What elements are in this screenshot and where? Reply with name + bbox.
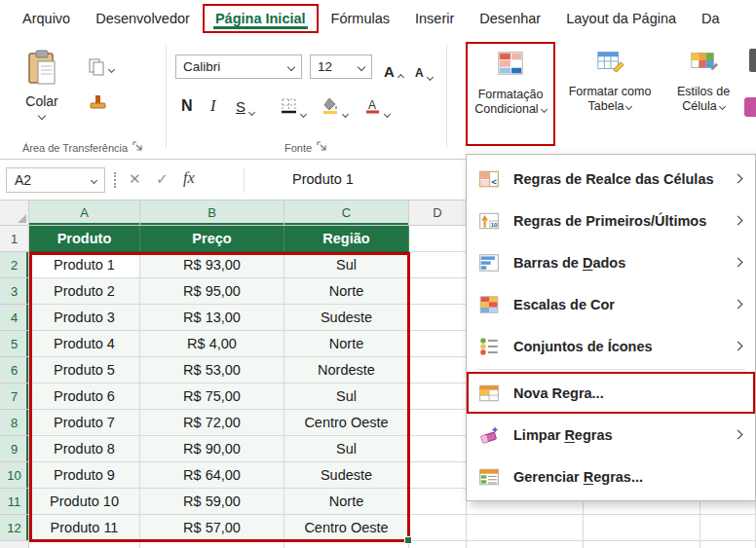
row-header-6[interactable]: 6 — [0, 357, 29, 384]
paste-button[interactable]: Colar — [14, 43, 70, 146]
cell-b8[interactable]: R$ 72,00 — [140, 410, 284, 436]
name-box[interactable]: A2 — [6, 167, 105, 193]
cell-x12[interactable] — [584, 515, 700, 541]
cell-b12[interactable]: R$ 57,00 — [140, 515, 284, 541]
cell-d8[interactable] — [409, 410, 467, 436]
cell-c4[interactable]: Sudeste — [284, 305, 409, 331]
cell-b2[interactable]: R$ 93,00 — [140, 252, 284, 278]
cell-d9[interactable] — [409, 436, 467, 462]
copy-button[interactable] — [88, 58, 114, 80]
font-size-combo[interactable]: 12 — [310, 55, 372, 79]
row-header-8[interactable]: 8 — [0, 410, 29, 436]
tab-layout-da-pagina[interactable]: Layout da Página — [553, 3, 689, 34]
format-as-table-button[interactable]: Formatar como Tabela — [567, 46, 653, 115]
borders-button[interactable] — [281, 93, 306, 117]
tab-inserir[interactable]: Inserir — [402, 3, 467, 34]
cell-x12[interactable] — [700, 515, 756, 541]
row-header-5[interactable]: 5 — [0, 331, 29, 357]
cell-c10[interactable]: Sudeste — [284, 462, 409, 489]
cell-c6[interactable]: Nordeste — [284, 357, 409, 384]
cancel-icon[interactable]: ✕ — [129, 170, 141, 188]
row-header-9[interactable]: 9 — [0, 436, 29, 462]
bold-button[interactable]: N — [181, 91, 193, 115]
cell-c7[interactable]: Sul — [284, 384, 409, 410]
tab-pagina-inicial[interactable]: Página Inicial — [203, 4, 319, 33]
cell-a9[interactable]: Produto 8 — [29, 436, 140, 462]
cell-x13[interactable] — [700, 541, 756, 548]
cell-c12[interactable]: Centro Oeste — [284, 515, 409, 541]
cell-a11[interactable]: Produto 10 — [29, 489, 140, 515]
cell-d5[interactable] — [409, 331, 467, 357]
fill-color-button[interactable] — [321, 93, 348, 117]
cell-a13[interactable] — [29, 541, 140, 548]
menu-item-regras-de-primeiros-ultimos[interactable]: 10Regras de Primeiros/Últimos — [467, 200, 755, 241]
cell-b3[interactable]: R$ 95,00 — [140, 278, 284, 305]
format-painter-button[interactable] — [88, 93, 107, 115]
cell-a2[interactable]: Produto 1 — [29, 252, 140, 278]
column-header-b[interactable]: B — [140, 201, 284, 226]
select-all-corner[interactable] — [0, 201, 29, 226]
cell-b13[interactable] — [140, 541, 284, 548]
row-header-4[interactable]: 4 — [0, 305, 29, 331]
row-header-7[interactable]: 7 — [0, 384, 29, 410]
menu-item-nova-regra[interactable]: Nova Regra... — [467, 372, 755, 414]
cell-b5[interactable]: R$ 4,00 — [140, 331, 284, 357]
cell-a3[interactable]: Produto 2 — [29, 278, 140, 305]
cell-c3[interactable]: Norte — [284, 278, 409, 305]
cell-c5[interactable]: Norte — [284, 331, 409, 357]
column-header-d[interactable]: D — [409, 201, 467, 226]
cell-b6[interactable]: R$ 53,00 — [140, 357, 284, 384]
dialog-launcher-icon[interactable] — [317, 141, 327, 154]
cell-d10[interactable] — [409, 462, 467, 489]
row-header-10[interactable]: 10 — [0, 462, 29, 489]
formula-bar-value[interactable]: Produto 1 — [292, 171, 354, 187]
menu-item-limpar-regras[interactable]: Limpar Regras — [467, 414, 755, 456]
cell-c1[interactable]: Região — [284, 226, 409, 252]
row-header-3[interactable]: 3 — [0, 278, 29, 305]
cell-b1[interactable]: Preço — [140, 226, 284, 252]
row-header-13[interactable]: 13 — [0, 541, 29, 548]
cell-a6[interactable]: Produto 5 — [29, 357, 140, 384]
conditional-formatting-button[interactable]: Formatação Condicional — [466, 42, 555, 146]
decrease-font-button[interactable]: A — [415, 56, 433, 80]
font-color-button[interactable]: A — [364, 93, 390, 117]
column-header-c[interactable]: C — [284, 201, 409, 226]
column-header-a[interactable]: A — [29, 201, 140, 226]
cell-styles-button[interactable]: Estilos de Célula — [662, 46, 744, 115]
menu-item-conjuntos-de-icones[interactable]: Conjuntos de Ícones — [467, 325, 755, 367]
cell-a10[interactable]: Produto 9 — [29, 462, 140, 489]
cell-a12[interactable]: Produto 11 — [29, 515, 140, 541]
dialog-launcher-icon[interactable] — [132, 141, 143, 154]
cell-a8[interactable]: Produto 7 — [29, 410, 140, 436]
cell-b9[interactable]: R$ 90,00 — [140, 436, 284, 462]
tab-formulas[interactable]: Fórmulas — [319, 3, 402, 34]
enter-icon[interactable]: ✓ — [156, 170, 169, 188]
cell-d3[interactable] — [409, 278, 467, 305]
cell-b11[interactable]: R$ 59,00 — [140, 489, 284, 515]
cell-a4[interactable]: Produto 3 — [29, 305, 140, 331]
cell-x12[interactable] — [467, 515, 584, 541]
tab-desenhar[interactable]: Desenhar — [467, 3, 553, 34]
tab-dados[interactable]: Dados — [689, 3, 720, 34]
row-header-2[interactable]: 2 — [0, 252, 29, 278]
cell-a7[interactable]: Produto 6 — [29, 384, 140, 410]
cell-b4[interactable]: R$ 13,00 — [140, 305, 284, 331]
row-header-11[interactable]: 11 — [0, 489, 29, 515]
cell-c2[interactable]: Sul — [284, 252, 409, 278]
cell-c8[interactable]: Centro Oeste — [284, 410, 409, 436]
formula-grip-icon[interactable] — [114, 172, 116, 188]
menu-item-barras-de-dados[interactable]: Barras de Dados — [467, 241, 755, 283]
cell-c11[interactable]: Norte — [284, 489, 409, 515]
cell-d12[interactable] — [409, 515, 467, 541]
selection-fill-handle[interactable] — [404, 536, 412, 544]
tab-desenvolvedor[interactable]: Desenvolvedor — [83, 3, 203, 34]
font-name-combo[interactable]: Calibri — [175, 55, 302, 79]
italic-button[interactable]: I — [210, 91, 215, 115]
menu-item-regras-de-realce-das-celulas[interactable]: <Regras de Realce das Células — [467, 158, 755, 200]
cell-x13[interactable] — [584, 541, 700, 548]
menu-item-gerenciar-regras[interactable]: Gerenciar Regras... — [467, 456, 755, 497]
underline-button[interactable]: S — [236, 91, 254, 115]
cell-b7[interactable]: R$ 75,00 — [140, 384, 284, 410]
cell-a1[interactable]: Produto — [29, 226, 140, 252]
cell-c9[interactable]: Sul — [284, 436, 409, 462]
